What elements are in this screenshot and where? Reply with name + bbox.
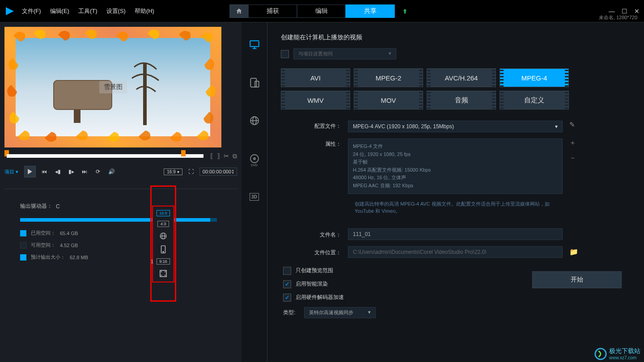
format-mpeg4[interactable]: MPEG-4 <box>500 68 569 87</box>
ratio-custom-icon[interactable] <box>159 269 168 278</box>
format-mpeg2[interactable]: MPEG-2 <box>354 68 423 87</box>
svg-point-10 <box>163 252 164 253</box>
filepath-label: 文件位置： <box>281 247 348 257</box>
timeline-track[interactable] <box>7 154 203 158</box>
svg-rect-16 <box>255 81 259 87</box>
format-grid: AVI MPEG-2 AVC/H.264 MPEG-4 WMV MOV 音频 自… <box>281 68 631 109</box>
maximize-button[interactable]: ☐ <box>622 8 627 15</box>
profile-dropdown[interactable]: MPEG-4 AVC (1920 x 1080, 25p, 15Mbps)▾ <box>348 121 563 132</box>
ratio-4-3[interactable]: 4:3 <box>157 221 169 227</box>
add-profile-icon[interactable]: ＋ <box>569 139 576 147</box>
home-button[interactable] <box>230 4 249 18</box>
same-as-project-checkbox[interactable] <box>281 50 289 58</box>
browse-folder-icon[interactable]: 📁 <box>569 248 578 256</box>
menu-edit[interactable]: 编辑(E) <box>50 7 69 15</box>
mode-tabs: 捕获 编辑 共享 <box>230 4 415 18</box>
svg-rect-4 <box>143 63 147 125</box>
used-label: 已用空间： <box>31 230 55 236</box>
go-start-button[interactable]: ⏮ <box>39 167 49 177</box>
props-box: MPEG-4 文件 24 位, 1920 x 1080, 25 fps 基于帧 … <box>348 139 563 194</box>
est-swatch <box>20 254 26 261</box>
tab-edit[interactable]: 编辑 <box>297 4 346 18</box>
used-value: 65.4 GB <box>60 231 78 236</box>
svg-marker-5 <box>28 169 32 174</box>
type-label: 类型: <box>283 309 295 316</box>
target-web[interactable] <box>246 112 263 130</box>
format-wmv[interactable]: WMV <box>281 91 350 109</box>
output-info: 输出驱动器： C 已用空间：65.4 GB 可用空间：4.52 GB 预计输出大… <box>4 189 237 266</box>
profile-desc: 创建高比特率的高清 MPEG-4 AVC 视频文件。此配置文件适合用于上传至流媒… <box>355 200 569 215</box>
aspect-ratio-menu: 16:9 4:3 19:16 <box>152 206 174 282</box>
remove-profile-icon[interactable]: － <box>569 154 576 162</box>
props-label: 属性： <box>281 139 348 148</box>
smart-render-label: 启用智能渲染 <box>296 280 328 288</box>
timeline[interactable]: ⟦ ⟧ ✂ ⧉ <box>4 152 237 160</box>
ratio-9-16[interactable]: 19:16 <box>157 258 170 265</box>
menu-tools[interactable]: 工具(T) <box>78 7 97 15</box>
format-mov[interactable]: MOV <box>354 91 423 109</box>
menu-help[interactable]: 帮助(H) <box>135 7 154 15</box>
target-3d[interactable]: 3D <box>246 188 263 206</box>
svg-rect-12 <box>250 41 259 46</box>
aspect-ratio-button[interactable]: 16:9 ▾ <box>164 168 182 175</box>
hw-accel-checkbox[interactable] <box>283 294 291 302</box>
target-disc[interactable]: DVD <box>246 150 263 168</box>
type-dropdown[interactable]: 英特尔高速视频同步▾ <box>304 307 376 318</box>
preview-viewport: 雪景图 <box>4 27 221 147</box>
preview-panel: 雪景图 ⟦ ⟧ ✂ ⧉ 项目 ▾ ⏮ ◂▮ ▮▸ ⏭ ⟳ 🔊 16:9 ▾ ⛶ <box>0 22 242 362</box>
upload-icon[interactable] <box>396 4 415 18</box>
mark-out-icon[interactable]: ⟧ <box>217 152 220 160</box>
drive-label: 输出驱动器： <box>20 202 56 210</box>
play-button[interactable] <box>24 166 36 177</box>
format-custom[interactable]: 自定义 <box>500 91 569 109</box>
window-controls: — ☐ ✕ <box>609 8 640 15</box>
close-button[interactable]: ✕ <box>634 8 640 15</box>
prev-frame-button[interactable]: ◂▮ <box>53 167 63 177</box>
profile-label: 配置文件： <box>281 121 348 130</box>
est-label: 预计输出大小： <box>31 254 65 261</box>
preview-only-label: 只创建预览范围 <box>296 267 333 274</box>
titlebar: 文件(F) 编辑(E) 工具(T) 设置(S) 帮助(H) 捕获 编辑 共享 —… <box>0 0 644 22</box>
timeline-end-marker[interactable] <box>181 150 186 156</box>
menu-file[interactable]: 文件(F) <box>22 7 41 15</box>
format-avc[interactable]: AVC/H.264 <box>427 68 496 87</box>
format-avi[interactable]: AVI <box>281 68 350 87</box>
fullscreen-button[interactable]: ⛶ <box>186 167 196 177</box>
same-as-project-dropdown[interactable]: 与项目设置相同▾ <box>293 48 396 59</box>
svg-rect-15 <box>250 78 256 87</box>
svg-point-20 <box>250 155 258 163</box>
share-settings: 创建能在计算机上播放的视频 与项目设置相同▾ AVI MPEG-2 AVC/H.… <box>267 22 644 362</box>
smart-render-checkbox[interactable] <box>283 280 291 288</box>
go-end-button[interactable]: ⏭ <box>80 167 89 177</box>
svg-rect-3 <box>74 109 80 123</box>
cut-icon[interactable]: ✂ <box>224 152 229 160</box>
minimize-button[interactable]: — <box>609 8 615 15</box>
tab-share[interactable]: 共享 <box>346 4 395 18</box>
edit-profile-icon[interactable]: ✎ <box>569 121 575 129</box>
mark-in-icon[interactable]: ⟦ <box>210 152 213 160</box>
menu-settings[interactable]: 设置(S) <box>106 7 126 15</box>
ratio-mobile-icon[interactable] <box>159 245 168 254</box>
share-target-tabs: DVD 3D <box>242 22 267 362</box>
loop-button[interactable]: ⟳ <box>93 167 103 177</box>
preview-caption: 雪景图 <box>99 81 127 93</box>
watermark: 极光下载站 www.xz7.com <box>594 347 640 360</box>
timecode-display[interactable]: 00:00:00:000 ▴▾ <box>199 168 237 176</box>
window-status: 未命名, 1280*720 <box>599 14 637 21</box>
start-button[interactable]: 开始 <box>532 271 622 288</box>
filename-input[interactable] <box>348 228 563 240</box>
format-audio[interactable]: 音频 <box>427 91 496 109</box>
ratio-globe-icon[interactable] <box>159 232 168 240</box>
volume-button[interactable]: 🔊 <box>106 167 116 177</box>
project-dropdown[interactable]: 项目 ▾ <box>4 168 18 175</box>
copy-icon[interactable]: ⧉ <box>233 152 237 160</box>
next-frame-button[interactable]: ▮▸ <box>66 167 76 177</box>
target-device[interactable] <box>246 74 263 92</box>
preview-only-checkbox[interactable] <box>283 267 291 275</box>
filepath-input[interactable] <box>348 246 563 258</box>
tab-capture[interactable]: 捕获 <box>248 4 297 18</box>
ratio-16-9[interactable]: 16:9 <box>157 210 170 216</box>
target-computer[interactable] <box>246 36 263 54</box>
svg-point-21 <box>254 158 255 160</box>
svg-marker-0 <box>6 7 14 15</box>
